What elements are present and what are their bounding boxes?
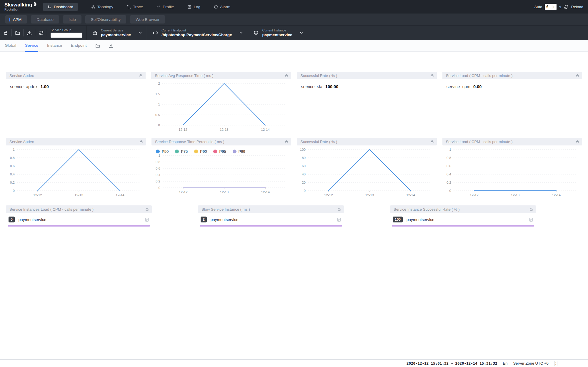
server-zone-label[interactable]: Server Zone UTC +0 [513, 361, 548, 366]
time-range-picker[interactable]: 2020-12-12 15:01:32 ~ 2020-12-14 15:31:3… [407, 361, 497, 366]
panel-title: Service Load ( CPM - calls per minute ) [446, 73, 576, 78]
instance-list-item[interactable]: 0 paymentservice [6, 213, 152, 222]
legend-item[interactable]: P99 [233, 149, 245, 154]
lock-icon[interactable] [285, 140, 288, 144]
download-icon [27, 30, 32, 36]
code-endpoint-icon [152, 30, 158, 36]
svg-text:12-14: 12-14 [552, 193, 561, 197]
lock-icon[interactable] [285, 74, 288, 78]
legend-item[interactable]: P90 [194, 149, 207, 154]
line-chart-svg: 00.511.5212-1212-1312-14 [151, 79, 291, 132]
svg-text:0.2: 0.2 [447, 181, 451, 184]
view-tab-instance[interactable]: Instance [47, 40, 62, 52]
metric-name: service_cpm [447, 84, 470, 89]
log-icon [187, 5, 191, 9]
language-toggle[interactable]: En [503, 361, 508, 366]
chevron-down-icon [239, 31, 243, 35]
service-group-input[interactable] [51, 33, 82, 38]
svg-text:0.8: 0.8 [10, 156, 15, 160]
line-chart-svg: 02040608010012-1212-1312-14 [297, 145, 437, 198]
panel-response-time-percentile: Service Response Time Percentile ( ms ) … [151, 138, 291, 199]
legend-dot [233, 150, 236, 153]
page-tab-database[interactable]: Database [31, 15, 59, 24]
view-tab-endpoint[interactable]: Endpoint [71, 40, 86, 52]
svg-text:2: 2 [158, 82, 160, 85]
svg-text:12-12: 12-12 [324, 193, 333, 197]
instance-value-badge: 0 [9, 217, 15, 222]
svg-text:0.5: 0.5 [155, 113, 160, 117]
instance-value-bar [200, 225, 342, 227]
svg-text:0.8: 0.8 [156, 160, 160, 164]
legend-item[interactable]: P75 [175, 149, 188, 154]
lock-icon[interactable] [337, 207, 341, 211]
copy-icon[interactable] [145, 217, 149, 222]
dashboard-toolbar: Service Group Current Service paymentser… [0, 25, 588, 40]
current-instance-value: paymentservice [262, 33, 292, 37]
nav-item-alarm[interactable]: Alarm [214, 5, 230, 9]
lock-icon[interactable] [576, 140, 579, 144]
lock-edit-button[interactable] [0, 26, 11, 40]
lock-icon[interactable] [145, 207, 149, 211]
nav-item-topology[interactable]: Topology [91, 5, 113, 9]
reload-icon[interactable] [564, 4, 569, 9]
line-chart-svg: 00.20.40.60.8112-1212-1312-14 [151, 154, 291, 195]
legend-dot [175, 150, 179, 153]
lock-icon[interactable] [139, 74, 143, 78]
auto-interval-stepper[interactable]: ▴▾ [552, 5, 555, 9]
lock-icon[interactable] [576, 74, 579, 78]
svg-text:0.4: 0.4 [156, 173, 161, 177]
current-endpoint-selector[interactable]: Current Endpoint /hipstershop.PaymentSer… [147, 26, 248, 40]
instance-list-item[interactable]: 2 paymentservice [198, 213, 344, 222]
svg-text:12-14: 12-14 [116, 193, 124, 197]
auto-label: Auto [534, 5, 542, 9]
legend-item[interactable]: P50 [156, 149, 169, 154]
page-tab-selfobservability[interactable]: SelfObservability [85, 15, 126, 24]
svg-text:100: 100 [300, 148, 306, 151]
export-template-button[interactable] [24, 26, 35, 40]
lock-icon[interactable] [430, 140, 434, 144]
service-icon [92, 30, 98, 36]
current-service-selector[interactable]: Current Service paymentservice [86, 26, 147, 40]
svg-text:0.8: 0.8 [447, 156, 451, 160]
current-instance-selector[interactable]: Current Instance paymentservice [248, 26, 308, 40]
page-tab-web-browser[interactable]: Web Browser [130, 15, 165, 24]
svg-text:12-14: 12-14 [407, 193, 415, 197]
view-tab-global[interactable]: Global [5, 40, 16, 52]
server-zone-stepper[interactable]: ▴▾ [554, 361, 557, 366]
refresh-templates-button[interactable] [35, 26, 47, 40]
page-tab-apm[interactable]: APM [5, 15, 27, 24]
instance-name: paymentservice [407, 217, 434, 222]
nav-item-dashboard[interactable]: Dashboard [43, 3, 78, 11]
reload-controls: Auto ▴▾ s Reload [534, 4, 583, 10]
copy-icon[interactable] [337, 217, 341, 222]
panel-service-apdex-value: Service Apdex service_apdex1.00 [6, 72, 146, 133]
current-instance-label: Current Instance [262, 29, 292, 32]
legend-dot [194, 150, 198, 153]
import-dashboard-button[interactable] [95, 43, 100, 48]
import-template-button[interactable] [12, 26, 23, 40]
svg-text:12-12: 12-12 [179, 190, 187, 194]
page-tab-istio[interactable]: Istio [63, 15, 81, 24]
lock-icon[interactable] [139, 140, 143, 144]
refresh-icon [39, 30, 44, 36]
top-nav: Skywalking Rocketbot Dashboard Topology … [0, 0, 588, 14]
view-tab-service[interactable]: Service [25, 40, 38, 52]
panel-successful-rate-value: Successful Rate ( % ) service_sla100.00 [297, 72, 437, 133]
nav-item-trace[interactable]: Trace [127, 5, 143, 9]
reload-label[interactable]: Reload [571, 5, 583, 9]
lock-icon[interactable] [529, 207, 533, 211]
copy-icon[interactable] [529, 217, 533, 222]
instance-list-item[interactable]: 100 paymentservice [390, 213, 536, 222]
auto-interval-value[interactable] [545, 5, 552, 9]
lock-icon[interactable] [430, 74, 434, 78]
topology-icon [91, 5, 95, 9]
panel-service-instances-load: Service Instances Load ( CPM - calls per… [6, 205, 152, 227]
nav-item-profile[interactable]: Profile [156, 5, 174, 9]
legend-item[interactable]: P95 [213, 149, 226, 154]
export-dashboard-button[interactable] [109, 43, 114, 48]
instance-value-bar [392, 225, 534, 227]
auto-interval-input[interactable]: ▴▾ [545, 4, 557, 10]
metric-value: 0.00 [473, 84, 482, 89]
nav-item-log[interactable]: Log [187, 5, 200, 9]
panel-title: Service Apdex [9, 73, 139, 78]
